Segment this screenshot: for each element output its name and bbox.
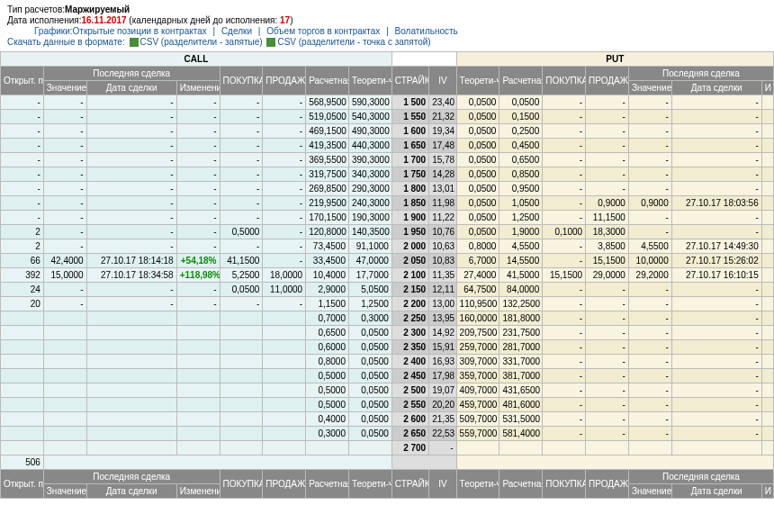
cell-csell <box>263 383 306 398</box>
cell-ccalc: 120,8000 <box>306 225 349 239</box>
cell-csell: - <box>263 153 306 167</box>
link-open-positions[interactable]: Открытые позиции в контрактах <box>73 26 207 36</box>
col-sell: ПРОДАЖА <box>586 470 629 499</box>
cell-pcalc: 431,6500 <box>500 383 543 398</box>
cell-ctheo: 1,2500 <box>348 297 392 311</box>
table-row: 39215,000027.10.17 18:34:58+118,98%5,250… <box>1 268 774 283</box>
link-deals[interactable]: Сделки <box>221 26 252 36</box>
table-row: 20-----1,15001,25002 20013,00110,9500132… <box>1 297 774 311</box>
cell-cval <box>43 311 86 326</box>
cell-cval: - <box>43 95 86 110</box>
cell-pval: 4,5500 <box>628 239 671 254</box>
cell-ctheo: 91,1000 <box>348 239 392 254</box>
cell-psell: - <box>586 153 629 167</box>
cell-cbuy: - <box>220 297 263 311</box>
cell-ptheo: 0,0500 <box>456 196 500 211</box>
cell-pbuy: 0,1000 <box>543 225 586 239</box>
cell-csell: 18,0000 <box>263 268 306 283</box>
cell-cop <box>1 427 44 441</box>
cell-iv: 13,01 <box>429 182 456 196</box>
cell-strike: 1 850 <box>392 196 428 211</box>
cell-cop <box>1 369 44 383</box>
cell-pval: 29,2000 <box>628 268 671 283</box>
cell-ptheo: 409,7000 <box>456 383 500 398</box>
cell-cop: - <box>1 153 44 167</box>
cell-pval: 0,9000 <box>628 196 671 211</box>
cell-pop <box>761 239 773 254</box>
cell-csell <box>263 311 306 326</box>
cell-ccalc: 369,5500 <box>306 153 349 167</box>
cell-pop <box>761 412 773 427</box>
cell-cchg <box>176 311 220 326</box>
cell-ccalc: 0,5000 <box>306 398 349 412</box>
col-sell: ПРОДАЖА <box>586 67 629 95</box>
cell-psell: 0,9000 <box>586 196 629 211</box>
cell-pdate: - <box>671 398 761 412</box>
cell-cdate: - <box>86 124 176 139</box>
cell-pdate: - <box>671 95 761 110</box>
cell-psell: - <box>586 110 629 124</box>
table-row: 0,70000,30002 25013,95160,0000181,8000--… <box>1 311 774 326</box>
cell-cval: - <box>43 110 86 124</box>
cell-cdate: - <box>86 225 176 239</box>
cell-pbuy: - <box>543 95 586 110</box>
cell-iv: 19,34 <box>429 124 456 139</box>
cell-csell: - <box>263 110 306 124</box>
cell-cop: - <box>1 196 44 211</box>
cell-pval: - <box>628 124 671 139</box>
cell-ptheo: 0,0500 <box>456 182 500 196</box>
table-row: ------369,5500390,30001 70015,780,05000,… <box>1 153 774 167</box>
cell-cop <box>1 383 44 398</box>
cell-csell <box>263 398 306 412</box>
cell-ctheo: 490,3000 <box>348 124 392 139</box>
cell-psell: - <box>586 398 629 412</box>
link-csv-comma[interactable]: CSV (разделители - запятые) <box>140 37 263 47</box>
cell-pbuy: - <box>543 211 586 225</box>
cell-ccalc: 519,0500 <box>306 110 349 124</box>
link-volume[interactable]: Объем торгов в контрактах <box>266 26 380 36</box>
cell-cbuy: - <box>220 153 263 167</box>
link-volatility[interactable]: Волатильность <box>395 26 458 36</box>
type-label: Тип расчетов: <box>7 5 65 14</box>
links-label: Графики: <box>34 26 73 36</box>
cell-pdate: - <box>671 326 761 340</box>
cell-ptheo <box>456 441 500 455</box>
cell-iv: 10,83 <box>429 254 456 268</box>
cell-pbuy: - <box>543 412 586 427</box>
cell-cval: - <box>43 196 86 211</box>
col-theo-price: Теорети-ческая цена <box>348 470 392 499</box>
cell-pcalc: 4,5500 <box>500 239 543 254</box>
cell-pop <box>761 355 773 369</box>
cell-cval: - <box>43 239 86 254</box>
col-iv: IV <box>429 470 456 499</box>
cell-ccalc: 0,6500 <box>306 326 349 340</box>
cell-cdate <box>86 398 176 412</box>
col-deal-date: Дата сделки <box>86 81 176 95</box>
cell-pbuy: - <box>543 383 586 398</box>
cell-cdate: - <box>86 110 176 124</box>
cell-cdate <box>86 427 176 441</box>
table-row: 2 700- <box>1 441 774 455</box>
cell-iv: - <box>429 441 456 455</box>
cell-pval: - <box>628 153 671 167</box>
cell-pcalc: 1,0500 <box>500 196 543 211</box>
cell-cval: - <box>43 167 86 182</box>
csv-icon <box>130 38 139 47</box>
cell-ptheo: 0,0500 <box>456 124 500 139</box>
cell-iv: 11,98 <box>429 196 456 211</box>
cell-pdate: - <box>671 167 761 182</box>
cell-pdate: - <box>671 283 761 297</box>
type-row: Тип расчетов:Маржируемый <box>7 5 767 14</box>
exec-label: Дата исполнения: <box>7 15 82 25</box>
cell-pbuy: - <box>543 311 586 326</box>
cell-pop <box>761 340 773 355</box>
cell-pop <box>761 153 773 167</box>
cell-cval: - <box>43 153 86 167</box>
cell-strike: 2 250 <box>392 311 428 326</box>
cell-pdate: - <box>671 340 761 355</box>
link-csv-semicolon[interactable]: CSV (разделители - точка с запятой) <box>277 37 430 47</box>
cell-strike: 2 300 <box>392 326 428 340</box>
cell-ptheo: 0,0500 <box>456 153 500 167</box>
cell-ctheo: 390,3000 <box>348 153 392 167</box>
col-last-deal: Последняя сделка <box>628 67 773 81</box>
